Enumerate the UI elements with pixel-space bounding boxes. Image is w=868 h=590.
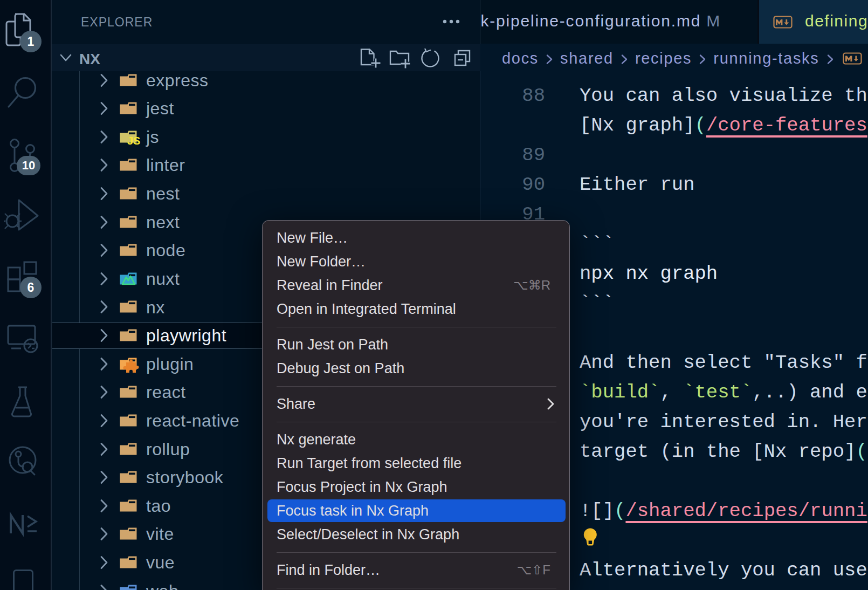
svg-text:JS: JS xyxy=(127,135,140,147)
